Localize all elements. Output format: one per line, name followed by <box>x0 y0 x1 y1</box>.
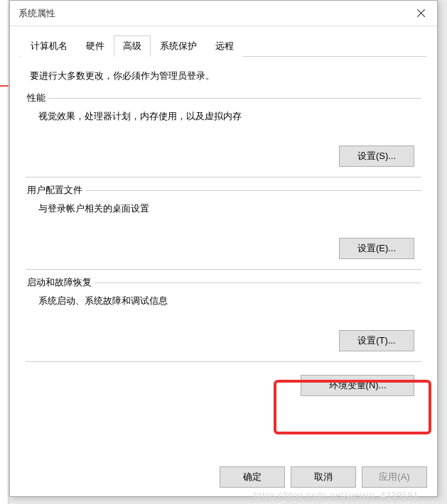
group-button-row: 设置(T)... <box>26 330 421 351</box>
tab-advanced[interactable]: 高级 <box>114 35 151 57</box>
tab-hardware[interactable]: 硬件 <box>77 35 114 57</box>
titlebar: 系统属性 <box>10 1 437 26</box>
dialog-content: 计算机名 硬件 高级 系统保护 远程 要进行大多数更改，你必须作为管理员登录。 … <box>10 26 437 402</box>
group-desc-user-profile: 与登录帐户相关的桌面设置 <box>26 202 421 215</box>
close-button[interactable] <box>404 1 437 26</box>
env-var-row: 环境变量(N)... <box>26 375 421 396</box>
ok-button[interactable]: 确定 <box>220 466 285 488</box>
background-panel-left <box>0 0 9 504</box>
cancel-button[interactable]: 取消 <box>291 466 356 488</box>
background-red-line <box>0 85 9 87</box>
settings-user-profile-button[interactable]: 设置(E)... <box>339 238 414 259</box>
group-button-row: 设置(E)... <box>26 238 421 259</box>
group-title-performance: 性能 <box>27 92 48 104</box>
admin-notice: 要进行大多数更改，你必须作为管理员登录。 <box>26 70 421 82</box>
group-user-profile: 用户配置文件 与登录帐户相关的桌面设置 设置(E)... <box>26 190 421 270</box>
dialog-bottom-bar: 确定 取消 应用(A) <box>220 466 427 488</box>
apply-button[interactable]: 应用(A) <box>362 466 427 488</box>
tab-body-advanced: 要进行大多数更改，你必须作为管理员登录。 性能 视觉效果，处理器计划，内存使用，… <box>20 57 427 402</box>
group-title-startup: 启动和故障恢复 <box>27 276 95 289</box>
group-desc-performance: 视觉效果，处理器计划，内存使用，以及虚拟内存 <box>26 110 421 123</box>
tab-computer-name[interactable]: 计算机名 <box>21 35 77 57</box>
group-startup-recovery: 启动和故障恢复 系统启动、系统故障和调试信息 设置(T)... <box>26 283 421 362</box>
system-properties-dialog: 系统属性 计算机名 硬件 高级 系统保护 远程 要进行大多数更改，你必须作为管理… <box>9 0 438 497</box>
settings-performance-button[interactable]: 设置(S)... <box>339 146 414 167</box>
group-desc-startup: 系统启动、系统故障和调试信息 <box>26 295 421 307</box>
group-performance: 性能 视觉效果，处理器计划，内存使用，以及虚拟内存 设置(S)... <box>26 98 421 177</box>
group-title-user-profile: 用户配置文件 <box>27 184 85 197</box>
environment-variables-button[interactable]: 环境变量(N)... <box>301 375 414 396</box>
close-icon <box>417 9 425 17</box>
tab-system-protection[interactable]: 系统保护 <box>151 35 206 57</box>
window-title: 系统属性 <box>18 7 55 20</box>
settings-startup-button[interactable]: 设置(T)... <box>339 330 414 351</box>
group-button-row: 设置(S)... <box>26 146 421 167</box>
tab-remote[interactable]: 远程 <box>206 35 243 57</box>
tab-strip: 计算机名 硬件 高级 系统保护 远程 <box>20 35 427 57</box>
